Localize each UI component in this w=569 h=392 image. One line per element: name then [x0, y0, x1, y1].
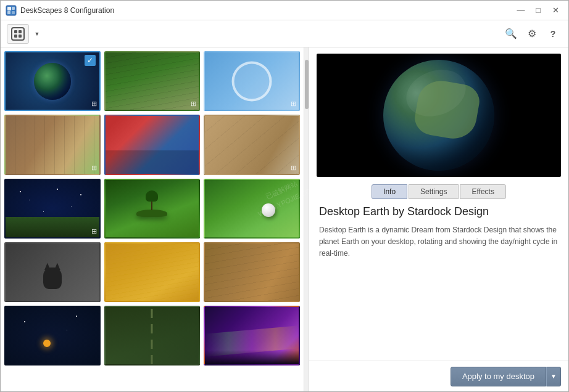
minimize-button[interactable]: — — [513, 2, 529, 18]
svg-rect-2 — [12, 7, 15, 10]
svg-rect-4 — [12, 11, 15, 14]
tab-effects[interactable]: Effects — [460, 184, 505, 199]
filmstrip-icon: ⊞ — [91, 100, 97, 108]
filmstrip-icon: ⊞ — [91, 227, 97, 235]
thumbnail-floating-island[interactable] — [104, 179, 201, 239]
tab-settings[interactable]: Settings — [409, 184, 459, 199]
svg-rect-7 — [14, 35, 17, 38]
apply-dropdown-button[interactable]: ▼ — [546, 367, 561, 386]
apply-to-desktop-button[interactable]: Apply to my desktop — [451, 367, 546, 386]
thumbnail-hay[interactable] — [204, 242, 300, 302]
tab-info[interactable]: Info — [372, 184, 407, 199]
logo-icon — [11, 27, 25, 41]
gear-icon: ⚙ — [528, 28, 536, 39]
toolbar: ▼ 🔍 ⚙ ? — [1, 20, 568, 47]
window-title: DeskScapes 8 Configuration — [20, 6, 513, 15]
scrollbar-thumb[interactable] — [305, 60, 309, 109]
maximize-button[interactable]: □ — [530, 2, 546, 18]
svg-rect-1 — [7, 7, 11, 10]
thumbnail-starry[interactable]: ⊞ — [4, 179, 101, 239]
content-area: ✓ ⊞ ⊞ ⊞ ⊞ — [1, 47, 568, 391]
thumbnail-wheat[interactable] — [104, 242, 201, 302]
info-section: Desktop Earth by Stardock Design Desktop… — [309, 205, 568, 361]
svg-rect-3 — [7, 11, 10, 14]
thumbnail-blue-circle[interactable]: ⊞ — [204, 51, 300, 111]
thumbnails-grid: ✓ ⊞ ⊞ ⊞ ⊞ — [1, 47, 304, 391]
thumbnail-car[interactable] — [104, 115, 201, 174]
filmstrip-icon: ⊞ — [291, 164, 296, 172]
toolbar-right: 🔍 ⚙ ? — [502, 25, 562, 43]
help-button[interactable]: ? — [544, 25, 562, 43]
window-controls: — □ ✕ — [513, 2, 563, 18]
filmstrip-icon: ⊞ — [91, 164, 97, 172]
thumbnail-tree-bark[interactable]: ⊞ — [4, 115, 101, 174]
thumbnail-earth[interactable]: ✓ ⊞ — [4, 51, 101, 111]
thumbnail-autumn-road[interactable] — [104, 306, 201, 365]
svg-rect-5 — [14, 30, 17, 33]
search-button[interactable]: 🔍 — [502, 25, 520, 43]
main-window: DeskScapes 8 Configuration — □ ✕ ▼ — [0, 0, 569, 392]
svg-rect-6 — [19, 30, 22, 33]
selected-check-icon: ✓ — [85, 55, 96, 66]
settings-button[interactable]: ⚙ — [523, 25, 541, 43]
dream-title: Desktop Earth by Stardock Design — [319, 205, 559, 218]
continent-shape — [412, 77, 482, 142]
thumbnail-sandy[interactable]: ⊞ — [204, 115, 300, 174]
right-panel: Info Settings Effects Desktop Earth by S… — [309, 47, 568, 391]
thumbnail-golf[interactable] — [204, 179, 300, 239]
search-icon: 🔍 — [505, 28, 517, 39]
thumbnail-grass[interactable]: ⊞ — [104, 51, 201, 111]
tab-bar: Info Settings Effects — [317, 184, 561, 199]
left-panel: ✓ ⊞ ⊞ ⊞ ⊞ — [1, 47, 309, 391]
bottom-bar: Apply to my desktop ▼ — [309, 361, 568, 391]
svg-rect-8 — [19, 35, 22, 38]
titlebar: DeskScapes 8 Configuration — □ ✕ — [1, 1, 568, 20]
preview-area — [317, 54, 561, 177]
filmstrip-icon: ⊞ — [291, 100, 296, 108]
dropdown-arrow-button[interactable]: ▼ — [31, 25, 43, 43]
thumbnail-aurora[interactable] — [204, 306, 300, 365]
close-button[interactable]: ✕ — [547, 2, 563, 18]
thumbnail-cat[interactable] — [4, 242, 101, 302]
toolbar-left: ▼ — [7, 24, 43, 44]
scrollbar-track — [304, 47, 309, 391]
preview-earth — [383, 60, 494, 171]
dropdown-arrow-icon: ▼ — [550, 373, 557, 380]
thumbnail-night-orb[interactable] — [4, 306, 101, 365]
filmstrip-icon: ⊞ — [191, 100, 196, 108]
app-icon — [6, 5, 17, 16]
logo-button[interactable] — [7, 24, 29, 44]
help-icon: ? — [550, 29, 556, 39]
dream-description: Desktop Earth is a dynamic Dream from St… — [319, 224, 559, 260]
